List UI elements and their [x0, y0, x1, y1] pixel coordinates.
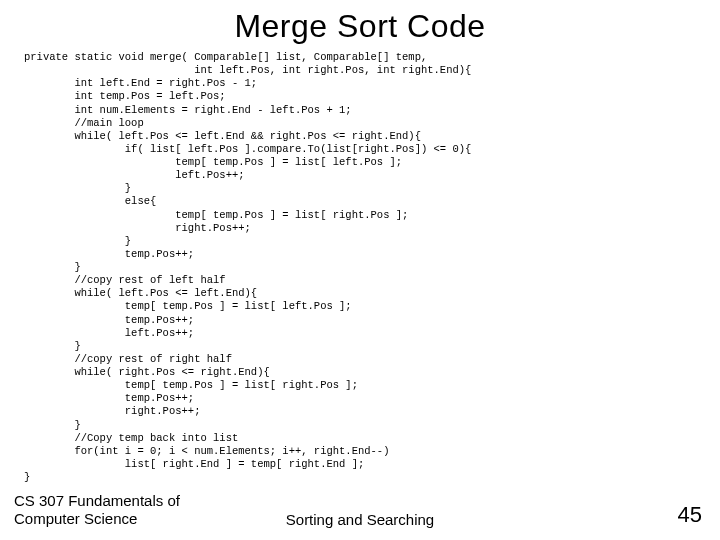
footer-topic: Sorting and Searching	[0, 511, 720, 528]
page-number: 45	[678, 502, 702, 528]
slide-title: Merge Sort Code	[0, 8, 720, 45]
code-block: private static void merge( Comparable[] …	[24, 51, 720, 484]
